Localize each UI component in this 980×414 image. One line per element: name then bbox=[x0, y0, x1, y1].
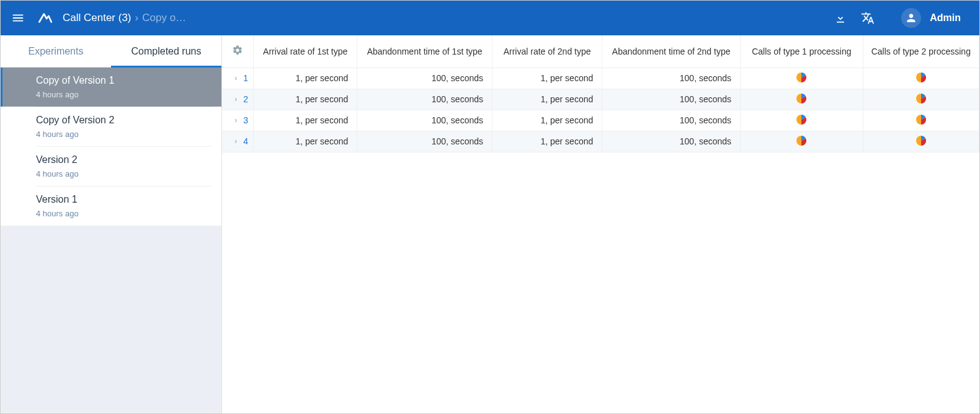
user-icon bbox=[905, 12, 917, 24]
cell-processing-1[interactable] bbox=[741, 89, 863, 110]
cell-abandon-1: 100, seconds bbox=[357, 131, 492, 152]
row-expand[interactable]: ›4 bbox=[222, 131, 254, 152]
avatar bbox=[901, 8, 921, 28]
chevron-right-icon: › bbox=[234, 95, 237, 103]
cell-arrival-2: 1, per second bbox=[492, 131, 602, 152]
cell-abandon-2: 100, seconds bbox=[602, 68, 741, 89]
translate-icon bbox=[861, 11, 875, 25]
app-header: Call Center (3) › Copy o… Admin bbox=[1, 1, 979, 35]
row-index: 2 bbox=[243, 94, 248, 104]
run-title: Version 2 bbox=[36, 154, 212, 165]
results-table: Arrival rate of 1st type Abandonment tim… bbox=[222, 35, 979, 152]
gear-icon bbox=[232, 45, 243, 56]
table-row[interactable]: ›11, per second100, seconds1, per second… bbox=[222, 68, 979, 89]
col-arrival-rate-1[interactable]: Arrival rate of 1st type bbox=[254, 35, 357, 68]
hamburger-icon bbox=[11, 11, 25, 25]
cell-processing-1[interactable] bbox=[741, 110, 863, 131]
run-item[interactable]: Version 24 hours ago bbox=[1, 146, 221, 186]
table-row[interactable]: ›41, per second100, seconds1, per second… bbox=[222, 131, 979, 152]
cell-abandon-1: 100, seconds bbox=[357, 68, 492, 89]
sidebar: Experiments Completed runs Copy of Versi… bbox=[1, 35, 222, 413]
row-expand[interactable]: ›3 bbox=[222, 110, 254, 131]
run-item[interactable]: Version 14 hours ago bbox=[1, 186, 221, 226]
pie-chart-icon bbox=[796, 115, 806, 125]
run-title: Copy of Version 1 bbox=[36, 75, 212, 86]
row-expand[interactable]: ›2 bbox=[222, 89, 254, 110]
cell-processing-2[interactable] bbox=[863, 68, 979, 89]
download-icon bbox=[834, 12, 847, 24]
sidebar-tabs: Experiments Completed runs bbox=[1, 35, 221, 68]
cell-abandon-1: 100, seconds bbox=[357, 89, 492, 110]
user-name: Admin bbox=[930, 12, 961, 24]
row-index: 4 bbox=[243, 136, 248, 146]
table-row[interactable]: ›21, per second100, seconds1, per second… bbox=[222, 89, 979, 110]
pie-chart-icon bbox=[916, 73, 926, 82]
breadcrumb-separator: › bbox=[135, 12, 139, 24]
user-menu[interactable]: Admin bbox=[901, 8, 972, 28]
cell-arrival-2: 1, per second bbox=[492, 89, 602, 110]
row-index: 1 bbox=[243, 73, 248, 83]
col-processing-2[interactable]: Calls of type 2 processing bbox=[863, 35, 979, 68]
cell-arrival-1: 1, per second bbox=[254, 89, 357, 110]
breadcrumb-sub[interactable]: Copy o… bbox=[142, 12, 186, 24]
cell-processing-2[interactable] bbox=[863, 131, 979, 152]
cell-arrival-1: 1, per second bbox=[254, 68, 357, 89]
cell-arrival-1: 1, per second bbox=[254, 131, 357, 152]
tab-completed-runs[interactable]: Completed runs bbox=[111, 35, 221, 67]
app-logo-icon bbox=[37, 9, 54, 27]
chevron-right-icon: › bbox=[234, 116, 237, 125]
col-arrival-rate-2[interactable]: Arrival rate of 2nd type bbox=[492, 35, 602, 68]
cell-processing-2[interactable] bbox=[863, 110, 979, 131]
download-button[interactable] bbox=[827, 4, 854, 32]
language-button[interactable] bbox=[854, 4, 881, 32]
cell-abandon-2: 100, seconds bbox=[602, 131, 741, 152]
run-timestamp: 4 hours ago bbox=[36, 209, 212, 218]
chevron-right-icon: › bbox=[234, 74, 237, 82]
pie-chart-icon bbox=[796, 94, 806, 103]
col-abandonment-2[interactable]: Abandonment time of 2nd type bbox=[602, 35, 741, 68]
cell-arrival-1: 1, per second bbox=[254, 110, 357, 131]
breadcrumb[interactable]: Call Center (3) › Copy o… bbox=[63, 12, 186, 24]
col-abandonment-1[interactable]: Abandonment time of 1st type bbox=[357, 35, 492, 68]
cell-abandon-1: 100, seconds bbox=[357, 110, 492, 131]
cell-abandon-2: 100, seconds bbox=[602, 110, 741, 131]
chevron-right-icon: › bbox=[234, 137, 237, 146]
run-title: Version 1 bbox=[36, 194, 212, 205]
cell-arrival-2: 1, per second bbox=[492, 68, 602, 89]
menu-button[interactable] bbox=[7, 7, 29, 29]
table-row[interactable]: ›31, per second100, seconds1, per second… bbox=[222, 110, 979, 131]
breadcrumb-main[interactable]: Call Center (3) bbox=[63, 12, 131, 24]
col-processing-1[interactable]: Calls of type 1 processing bbox=[741, 35, 863, 68]
row-index: 3 bbox=[243, 115, 248, 125]
run-item[interactable]: Copy of Version 24 hours ago bbox=[1, 107, 221, 146]
pie-chart-icon bbox=[796, 73, 806, 82]
cell-processing-1[interactable] bbox=[741, 131, 863, 152]
row-expand[interactable]: ›1 bbox=[222, 68, 254, 89]
pie-chart-icon bbox=[916, 115, 926, 125]
pie-chart-icon bbox=[796, 136, 806, 146]
run-timestamp: 4 hours ago bbox=[36, 169, 212, 178]
run-timestamp: 4 hours ago bbox=[36, 90, 212, 99]
tab-experiments[interactable]: Experiments bbox=[1, 35, 111, 67]
pie-chart-icon bbox=[916, 136, 926, 146]
run-title: Copy of Version 2 bbox=[36, 115, 212, 126]
run-item[interactable]: Copy of Version 14 hours ago bbox=[1, 68, 221, 107]
cell-abandon-2: 100, seconds bbox=[602, 89, 741, 110]
pie-chart-icon bbox=[916, 94, 926, 103]
cell-processing-2[interactable] bbox=[863, 89, 979, 110]
runs-list: Copy of Version 14 hours agoCopy of Vers… bbox=[1, 68, 221, 226]
results-panel: Arrival rate of 1st type Abandonment tim… bbox=[222, 35, 979, 413]
settings-column-header[interactable] bbox=[222, 35, 254, 68]
cell-processing-1[interactable] bbox=[741, 68, 863, 89]
cell-arrival-2: 1, per second bbox=[492, 110, 602, 131]
run-timestamp: 4 hours ago bbox=[36, 130, 212, 139]
